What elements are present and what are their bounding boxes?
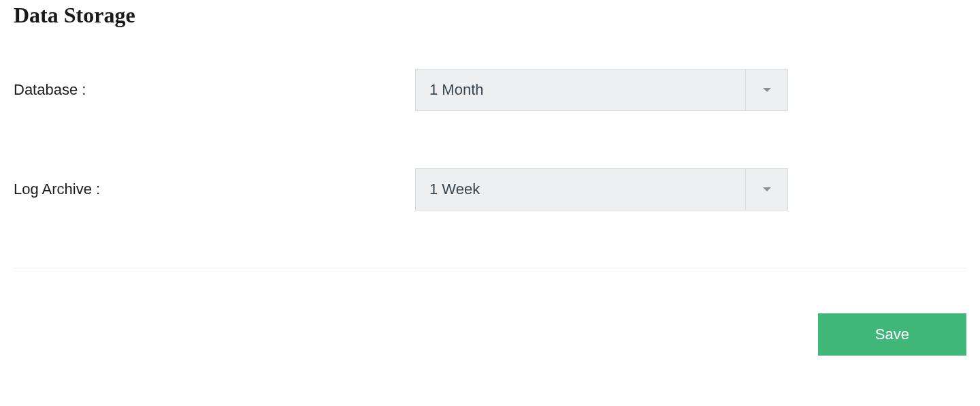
divider <box>14 268 966 268</box>
chevron-down-icon <box>745 69 787 110</box>
log-archive-select-value: 1 Week <box>416 169 745 210</box>
database-select[interactable]: 1 Month <box>415 69 788 111</box>
database-row: Database : 1 Month <box>14 69 966 111</box>
log-archive-row: Log Archive : 1 Week <box>14 168 966 210</box>
log-archive-label: Log Archive : <box>14 181 415 198</box>
database-label: Database : <box>14 81 415 99</box>
chevron-down-icon <box>745 169 787 210</box>
database-select-value: 1 Month <box>416 69 745 110</box>
page-title: Data Storage <box>14 3 966 28</box>
save-button[interactable]: Save <box>818 313 966 356</box>
log-archive-select[interactable]: 1 Week <box>415 168 788 210</box>
button-bar: Save <box>14 313 966 356</box>
